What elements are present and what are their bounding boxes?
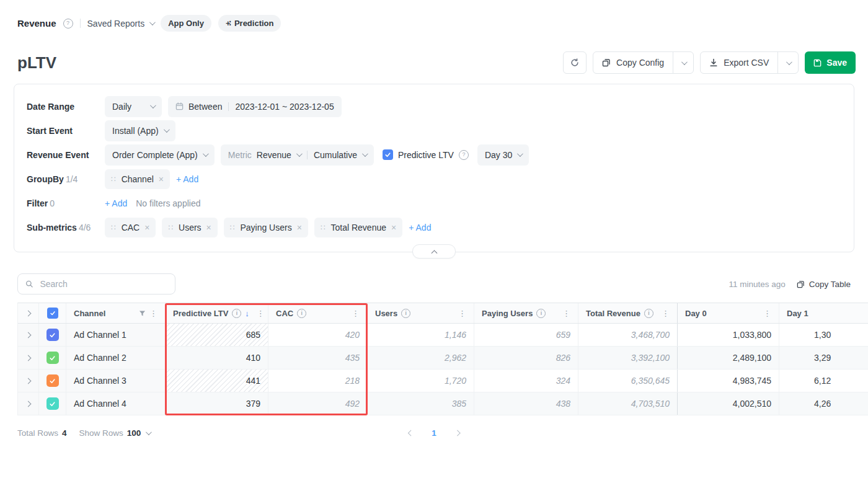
refresh-button[interactable] [563, 51, 587, 74]
chevron-right-icon [25, 355, 32, 361]
refresh-icon [570, 58, 579, 67]
column-header-channel[interactable]: Channel ⋮ [66, 303, 166, 323]
expand-all-cell[interactable] [18, 303, 39, 323]
column-menu-icon[interactable]: ⋮ [562, 309, 570, 317]
filter-label: Filter [27, 198, 48, 208]
sub-metric-chip-users[interactable]: ∷ Users × [162, 218, 217, 237]
date-range-picker[interactable]: Between 2023-12-01 ~ 2023-12-05 [168, 96, 342, 117]
row-expand-cell[interactable] [18, 392, 39, 415]
close-icon[interactable]: × [159, 174, 164, 184]
column-header-paying-users[interactable]: Paying Users i ⋮ [474, 303, 578, 323]
column-header-users[interactable]: Users i ⋮ [368, 303, 474, 323]
badge-app-only[interactable]: App Only [161, 15, 211, 32]
row-checkbox[interactable] [46, 374, 59, 387]
column-menu-icon[interactable]: ⋮ [352, 309, 360, 317]
column-menu-icon[interactable]: ⋮ [257, 309, 265, 317]
row-checkbox[interactable] [46, 329, 59, 341]
previous-page-button[interactable] [408, 430, 414, 436]
copy-table-button[interactable]: Copy Table [797, 280, 851, 289]
start-event-value: Install (App) [112, 126, 159, 136]
info-icon[interactable]: i [401, 309, 410, 318]
chevron-down-icon [786, 59, 792, 65]
chip-label: Users [179, 223, 202, 232]
column-label: Total Revenue [586, 309, 640, 318]
column-menu-icon[interactable]: ⋮ [662, 309, 670, 317]
cell-day1: 6,12 [779, 370, 868, 392]
show-rows-value: 100 [127, 428, 141, 438]
copy-config-dropdown[interactable] [673, 52, 693, 73]
close-icon[interactable]: × [144, 223, 149, 232]
cell-users: 385 [368, 392, 474, 415]
info-icon[interactable]: i [232, 309, 241, 318]
show-rows-select[interactable]: Show Rows 100 [79, 428, 151, 438]
aggregation-select[interactable]: Cumulative [314, 150, 357, 160]
start-event-select[interactable]: Install (App) [105, 120, 175, 141]
help-icon[interactable]: ? [63, 19, 73, 29]
page-number[interactable]: 1 [432, 428, 436, 438]
column-label: Paying Users [482, 309, 533, 318]
row-checkbox[interactable] [46, 352, 59, 364]
search-icon [25, 280, 33, 288]
cell-predictive-ltv: 441 [166, 370, 268, 392]
prediction-day-select[interactable]: Day 30 [477, 144, 529, 166]
info-icon[interactable]: i [536, 309, 546, 318]
column-header-day0[interactable]: Day 0 ⋮ [678, 303, 779, 323]
export-csv-button[interactable]: Export CSV [701, 52, 777, 73]
next-page-button[interactable] [454, 430, 460, 436]
column-header-day1[interactable]: Day 1 [779, 303, 868, 323]
cell-channel: Ad Channel 4 [66, 392, 166, 415]
sub-metric-chip-paying-users[interactable]: ∷ Paying Users × [224, 218, 308, 237]
close-icon[interactable]: × [297, 223, 302, 232]
select-all-checkbox[interactable] [47, 308, 58, 319]
copy-config-button[interactable]: Copy Config [593, 52, 673, 73]
last-updated-text: 11 minutes ago [728, 280, 785, 289]
cell-day0: 4,002,510 [678, 392, 779, 415]
badge-prediction[interactable]: +∶ Prediction [218, 15, 281, 32]
info-icon[interactable]: i [644, 309, 653, 318]
drag-handle-icon[interactable]: ∷ [321, 223, 326, 232]
save-button[interactable]: Save [805, 51, 856, 74]
check-icon [49, 378, 56, 384]
row-expand-cell[interactable] [18, 370, 39, 392]
revenue-event-select[interactable]: Order Complete (App) [105, 144, 215, 166]
help-icon[interactable]: ? [459, 150, 469, 160]
table-toolbar: 11 minutes ago Copy Table [17, 273, 851, 294]
drag-handle-icon[interactable]: ∷ [111, 175, 117, 184]
drag-handle-icon[interactable]: ∷ [230, 223, 236, 232]
row-expand-cell[interactable] [18, 324, 39, 346]
column-menu-icon[interactable]: ⋮ [458, 309, 466, 317]
column-header-predictive-ltv[interactable]: Predictive LTV i ↓ ⋮ [166, 303, 268, 323]
divider [228, 102, 229, 111]
sub-metrics-add-button[interactable]: + Add [409, 223, 431, 232]
row-expand-cell[interactable] [18, 347, 39, 369]
collapse-panel-button[interactable] [412, 244, 456, 259]
sort-descending-icon[interactable]: ↓ [245, 309, 249, 317]
predictive-ltv-checkbox[interactable]: Predictive LTV ? [383, 149, 469, 160]
sub-metric-chip-cac[interactable]: ∷ CAC × [105, 218, 156, 237]
info-icon[interactable]: i [297, 309, 306, 318]
column-header-cac[interactable]: CAC i ⋮ [268, 303, 368, 323]
search-input[interactable] [38, 278, 167, 290]
export-csv-dropdown[interactable] [777, 52, 798, 73]
row-checkbox[interactable] [46, 397, 59, 410]
cell-paying-users: 826 [474, 347, 578, 369]
metric-select[interactable]: Revenue [257, 150, 291, 160]
close-icon[interactable]: × [206, 223, 211, 232]
chevron-down-icon [150, 102, 156, 108]
granularity-select[interactable]: Daily [105, 96, 162, 117]
chevron-right-icon [25, 310, 32, 316]
chevron-down-icon [146, 429, 152, 435]
saved-reports-dropdown[interactable]: Saved Reports [87, 19, 154, 29]
column-header-total-revenue[interactable]: Total Revenue i ⋮ [578, 303, 678, 323]
column-menu-icon[interactable]: ⋮ [149, 309, 157, 317]
filter-funnel-icon[interactable] [139, 310, 146, 317]
close-icon[interactable]: × [391, 223, 396, 232]
filter-add-button[interactable]: + Add [105, 198, 127, 208]
sub-metric-chip-total-revenue[interactable]: ∷ Total Revenue × [314, 218, 402, 237]
column-label: Day 1 [787, 309, 808, 318]
drag-handle-icon[interactable]: ∷ [111, 223, 117, 232]
column-menu-icon[interactable]: ⋮ [763, 309, 771, 317]
drag-handle-icon[interactable]: ∷ [168, 223, 174, 232]
groupby-add-button[interactable]: + Add [176, 174, 198, 184]
groupby-chip-channel[interactable]: ∷ Channel × [105, 169, 170, 189]
